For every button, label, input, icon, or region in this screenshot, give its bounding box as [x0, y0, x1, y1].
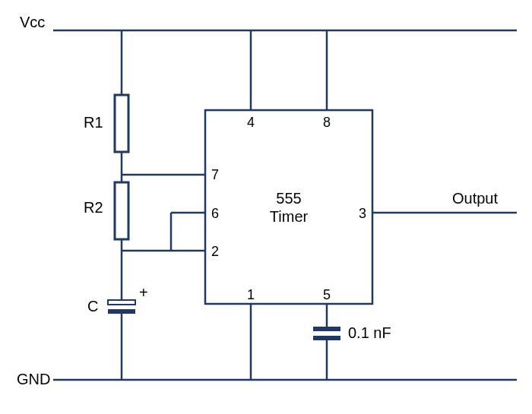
- vcc-label: Vcc: [20, 14, 45, 30]
- r1-label: R1: [84, 114, 103, 131]
- pin8-label: 8: [323, 115, 331, 130]
- output-label: Output: [452, 190, 498, 207]
- resistor-r2: [115, 182, 128, 239]
- schematic-canvas: Vcc GND R1 R2 C + 0.1 nF Output 555 Time…: [0, 0, 532, 414]
- pin7-label: 7: [211, 167, 219, 182]
- c2-value-label: 0.1 nF: [348, 324, 391, 341]
- pin2-label: 2: [211, 244, 219, 259]
- pin6-label: 6: [211, 206, 219, 221]
- c-polarity: +: [139, 284, 148, 301]
- ic-name-1: 555: [276, 190, 301, 207]
- c-label: C: [87, 298, 98, 314]
- r2-label: R2: [84, 199, 103, 216]
- ic-name-2: Timer: [270, 208, 309, 225]
- ic-555-box: [205, 110, 372, 304]
- pin4-label: 4: [247, 115, 255, 130]
- resistor-r1: [115, 95, 128, 152]
- pin1-label: 1: [247, 287, 255, 302]
- gnd-label: GND: [17, 371, 50, 387]
- cap-c-top-plate: [108, 300, 135, 305]
- pin5-label: 5: [323, 287, 331, 302]
- pin3-label: 3: [359, 206, 366, 221]
